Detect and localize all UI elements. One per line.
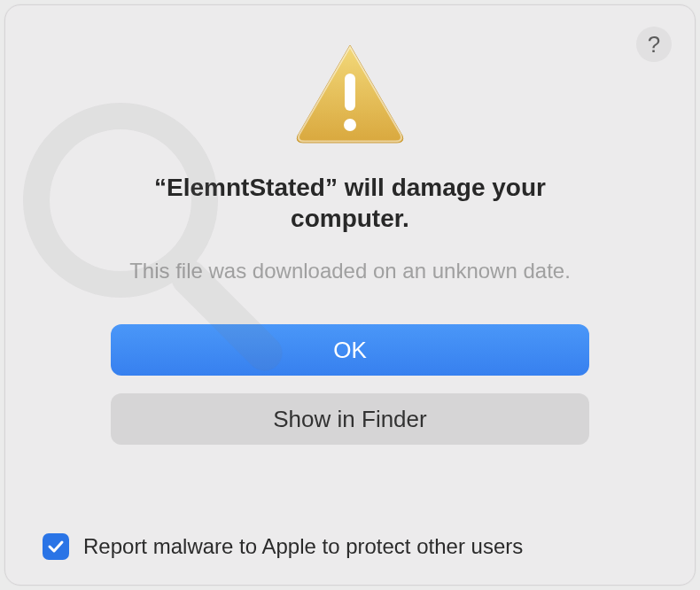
svg-point-1 <box>344 119 356 131</box>
headline-app-name: ElemntStated <box>167 174 325 201</box>
report-malware-label: Report malware to Apple to protect other… <box>83 534 523 559</box>
button-group: OK Show in Finder <box>111 324 589 445</box>
svg-rect-0 <box>345 74 355 111</box>
ok-button-label: OK <box>333 337 367 364</box>
headline-message: ” will damage your computer. <box>291 174 546 232</box>
help-icon: ? <box>648 31 660 58</box>
ok-button[interactable]: OK <box>111 324 589 376</box>
alert-subtext: This file was downloaded on an unknown d… <box>129 259 571 283</box>
show-in-finder-button[interactable]: Show in Finder <box>111 393 589 445</box>
help-button[interactable]: ? <box>636 27 672 62</box>
show-in-finder-label: Show in Finder <box>273 406 426 433</box>
alert-headline: “ElemntStated” will damage your computer… <box>102 172 598 234</box>
headline-quote-open: “ <box>154 174 167 201</box>
report-malware-checkbox[interactable] <box>43 533 69 560</box>
checkmark-icon <box>47 538 65 555</box>
report-malware-row: Report malware to Apple to protect other… <box>43 533 523 560</box>
security-alert-dialog: ? “ElemntStated” will damage your comput… <box>4 4 696 586</box>
warning-icon <box>292 35 408 151</box>
